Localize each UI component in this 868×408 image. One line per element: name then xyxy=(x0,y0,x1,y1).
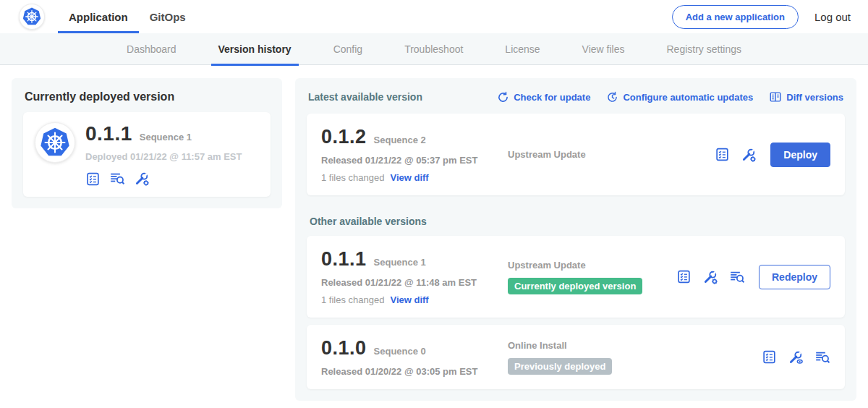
source-label: Upstream Update xyxy=(508,149,586,160)
redeploy-button[interactable]: Redeploy xyxy=(759,265,830,289)
version-info: 0.1.2 Sequence 2 Released 01/21/22 @ 05:… xyxy=(321,126,508,183)
refresh-icon xyxy=(497,91,509,103)
version-source: Upstream Update Currently deployed versi… xyxy=(508,248,676,305)
top-nav-right: Add a new application Log out xyxy=(672,5,851,29)
released-timestamp: Released 01/21/22 @ 05:37 pm EST xyxy=(321,155,508,166)
app-logo xyxy=(35,122,75,163)
files-changed-label: 1 files changed xyxy=(321,294,384,305)
deployed-sequence: Sequence 1 xyxy=(140,132,192,143)
kubernetes-icon xyxy=(40,127,70,158)
tab-view-files-label: View files xyxy=(582,43,625,55)
deployed-timestamp: Deployed 01/21/22 @ 11:57 am EST xyxy=(85,151,242,162)
version-card-0-1-2: 0.1.2 Sequence 2 Released 01/21/22 @ 05:… xyxy=(307,114,845,195)
sequence-label: Sequence 1 xyxy=(374,257,426,268)
source-label: Upstream Update xyxy=(508,260,586,271)
view-config-icon[interactable] xyxy=(788,349,804,365)
tab-dashboard-label: Dashboard xyxy=(127,43,176,55)
edit-config-icon[interactable] xyxy=(134,171,150,187)
kubernetes-logo xyxy=(19,4,45,30)
logs-icon[interactable] xyxy=(109,171,125,187)
version-actions: Check for update Configure automatic upd… xyxy=(497,90,843,103)
latest-available-header: Latest available version Check for updat… xyxy=(308,90,843,103)
main-content: Currently deployed version xyxy=(0,65,868,408)
latest-available-title: Latest available version xyxy=(308,91,422,103)
logs-icon[interactable] xyxy=(729,269,745,285)
app-subnav: Dashboard Version history Config Trouble… xyxy=(0,33,868,65)
version-number: 0.1.2 xyxy=(321,126,367,148)
tab-registry-settings-label: Registry settings xyxy=(667,43,741,55)
version-card-0-1-1: 0.1.1 Sequence 1 Released 01/21/22 @ 11:… xyxy=(307,236,845,318)
version-info: 0.1.0 Sequence 0 Released 01/20/22 @ 03:… xyxy=(321,337,508,377)
tab-troubleshoot-label: Troubleshoot xyxy=(404,43,463,55)
nav-tab-application-label: Application xyxy=(69,11,128,23)
release-notes-icon[interactable] xyxy=(715,147,730,162)
source-label: Online Install xyxy=(508,340,567,351)
schedule-update-icon xyxy=(606,91,618,103)
release-notes-icon[interactable] xyxy=(676,269,692,284)
check-for-update-link[interactable]: Check for update xyxy=(497,91,590,103)
version-number: 0.1.1 xyxy=(321,248,367,271)
version-actions-group: Deploy xyxy=(715,126,830,183)
deploy-button[interactable]: Deploy xyxy=(770,143,830,167)
sequence-label: Sequence 2 xyxy=(374,135,426,145)
release-notes-icon[interactable] xyxy=(85,171,101,187)
configure-updates-link[interactable]: Configure automatic updates xyxy=(606,91,753,103)
kubernetes-icon xyxy=(22,7,41,26)
version-history-panel: Latest available version Check for updat… xyxy=(295,78,856,401)
nav-tab-gitops[interactable]: GitOps xyxy=(139,0,197,33)
tab-config-label: Config xyxy=(333,43,362,55)
currently-deployed-badge: Currently deployed version xyxy=(508,278,642,294)
tab-license-label: License xyxy=(505,43,540,55)
logs-icon[interactable] xyxy=(814,349,830,365)
tab-troubleshoot[interactable]: Troubleshoot xyxy=(397,33,470,65)
version-actions-group xyxy=(762,337,830,377)
configure-updates-label: Configure automatic updates xyxy=(623,92,753,103)
files-changed-label: 1 files changed xyxy=(321,172,384,183)
currently-deployed-title: Currently deployed version xyxy=(25,90,271,103)
view-diff-link[interactable]: View diff xyxy=(390,172,428,183)
version-info: 0.1.1 Sequence 1 Released 01/21/22 @ 11:… xyxy=(321,248,508,305)
edit-config-icon[interactable] xyxy=(702,269,718,285)
currently-deployed-card: 0.1.1 Sequence 1 Deployed 01/21/22 @ 11:… xyxy=(23,112,271,197)
nav-tab-application[interactable]: Application xyxy=(58,0,139,33)
version-number: 0.1.0 xyxy=(321,337,367,360)
version-source: Online Install Previously deployed xyxy=(508,337,762,377)
tab-config[interactable]: Config xyxy=(326,33,370,65)
deployed-version-info: 0.1.1 Sequence 1 Deployed 01/21/22 @ 11:… xyxy=(85,122,242,187)
add-application-button[interactable]: Add a new application xyxy=(672,5,799,29)
tab-license[interactable]: License xyxy=(498,33,547,65)
sequence-label: Sequence 0 xyxy=(374,346,426,357)
other-versions-title: Other available versions xyxy=(310,216,843,227)
check-for-update-label: Check for update xyxy=(514,92,590,103)
release-notes-icon[interactable] xyxy=(762,349,777,365)
tab-registry-settings[interactable]: Registry settings xyxy=(660,33,749,65)
currently-deployed-panel: Currently deployed version xyxy=(12,78,282,208)
released-timestamp: Released 01/21/22 @ 11:48 am EST xyxy=(321,277,508,288)
diff-versions-link[interactable]: Diff versions xyxy=(769,90,843,103)
version-actions-group: Redeploy xyxy=(676,248,830,305)
version-source: Upstream Update xyxy=(508,126,715,183)
tab-view-files[interactable]: View files xyxy=(575,33,632,65)
edit-config-icon[interactable] xyxy=(741,147,757,163)
tab-dashboard[interactable]: Dashboard xyxy=(119,33,184,65)
nav-tab-gitops-label: GitOps xyxy=(150,11,186,23)
released-timestamp: Released 01/20/22 @ 03:05 pm EST xyxy=(321,366,508,377)
logout-link[interactable]: Log out xyxy=(814,11,851,23)
diff-icon xyxy=(769,90,782,103)
diff-versions-label: Diff versions xyxy=(786,92,843,103)
previously-deployed-badge: Previously deployed xyxy=(508,358,612,375)
view-diff-link[interactable]: View diff xyxy=(390,294,428,305)
version-card-0-1-0: 0.1.0 Sequence 0 Released 01/20/22 @ 03:… xyxy=(307,325,845,389)
tab-version-history-label: Version history xyxy=(218,43,292,55)
tab-version-history[interactable]: Version history xyxy=(211,33,299,65)
deployed-version-number: 0.1.1 xyxy=(85,122,132,145)
top-nav: Application GitOps Add a new application… xyxy=(0,0,868,33)
